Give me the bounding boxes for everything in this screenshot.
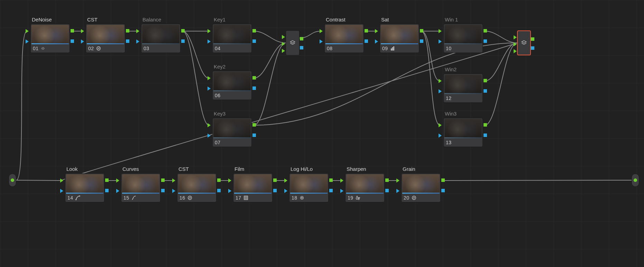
- key-out-port[interactable]: [484, 134, 487, 137]
- key-out-port[interactable]: [484, 89, 487, 93]
- color-node[interactable]: Film 17: [233, 166, 273, 202]
- rgb-out-port[interactable]: [252, 76, 256, 80]
- key-out-port[interactable]: [126, 39, 129, 43]
- key-in-port[interactable]: [396, 189, 399, 193]
- rgb-out-port[interactable]: [252, 29, 256, 33]
- rgb-out-port[interactable]: [181, 29, 185, 33]
- key-out-port[interactable]: [181, 39, 185, 43]
- rgb-out-port[interactable]: [126, 29, 129, 33]
- rgb-in-port[interactable]: [208, 29, 211, 33]
- rgb-out-port[interactable]: [217, 178, 221, 182]
- color-node[interactable]: Sat 09: [380, 17, 419, 53]
- key-out-port[interactable]: [105, 189, 109, 192]
- color-node[interactable]: CST 16: [177, 166, 217, 202]
- rgb-out-port[interactable]: [484, 29, 487, 33]
- key-out-port[interactable]: [273, 189, 277, 192]
- key-out-port[interactable]: [329, 189, 333, 192]
- key-in-port[interactable]: [116, 189, 119, 193]
- key-in-port[interactable]: [26, 39, 29, 44]
- rgb-out-port[interactable]: [420, 29, 423, 33]
- color-node[interactable]: Contrast 08: [324, 17, 364, 53]
- layer-mixer[interactable]: [286, 30, 300, 55]
- node-body[interactable]: 01: [30, 24, 70, 53]
- rgb-out-port[interactable]: [252, 123, 256, 127]
- rgb-in-port[interactable]: [81, 29, 84, 33]
- rgb-in-port[interactable]: [439, 29, 442, 33]
- node-body[interactable]: 06: [212, 71, 252, 100]
- rgb-in-port[interactable]: [284, 178, 287, 183]
- rgb-in-port[interactable]: [396, 178, 399, 183]
- rgb-in-port[interactable]: [208, 123, 211, 127]
- key-out-port[interactable]: [484, 39, 487, 43]
- key-out-port[interactable]: [71, 39, 74, 43]
- rgb-in-port[interactable]: [208, 76, 211, 80]
- color-node[interactable]: Win 1 10: [443, 17, 483, 53]
- rgb-out-port[interactable]: [71, 29, 74, 33]
- key-out-port[interactable]: [161, 189, 165, 192]
- graph-input[interactable]: [9, 174, 16, 187]
- key-in-port[interactable]: [284, 189, 287, 193]
- key-in-port[interactable]: [439, 134, 442, 138]
- key-in-port[interactable]: [228, 189, 231, 193]
- node-body[interactable]: 15: [121, 173, 160, 202]
- node-body[interactable]: 04: [212, 24, 252, 53]
- rgb-in-port[interactable]: [282, 35, 285, 39]
- rgb-out-port[interactable]: [273, 178, 277, 182]
- key-in-port[interactable]: [439, 89, 442, 93]
- node-body[interactable]: 02: [86, 24, 125, 53]
- node-body[interactable]: 18: [289, 173, 329, 202]
- rgb-out-port[interactable]: [484, 123, 487, 127]
- color-node[interactable]: Key2 06: [212, 64, 252, 100]
- layer-mixer-selected[interactable]: [517, 30, 531, 55]
- node-body[interactable]: 19: [345, 173, 385, 202]
- key-out-port[interactable]: [441, 189, 445, 192]
- key-out-port[interactable]: [385, 189, 389, 192]
- key-out-port[interactable]: [365, 39, 368, 43]
- key-out-port[interactable]: [252, 39, 256, 43]
- color-node[interactable]: Sharpen 19: [345, 166, 385, 202]
- color-node[interactable]: Win2 12: [443, 66, 483, 103]
- rgb-out-port[interactable]: [161, 178, 165, 182]
- rgb-in-port[interactable]: [375, 29, 378, 33]
- rgb-in-port[interactable]: [26, 29, 29, 33]
- key-in-port[interactable]: [208, 86, 211, 91]
- rgb-in-port[interactable]: [136, 29, 139, 33]
- color-node[interactable]: Look 14: [65, 166, 104, 202]
- key-out-port[interactable]: [217, 189, 221, 192]
- node-body[interactable]: 12: [443, 74, 483, 103]
- rgb-out-port[interactable]: [385, 178, 389, 182]
- key-in-port[interactable]: [375, 39, 378, 44]
- key-out-port[interactable]: [252, 134, 256, 137]
- color-node[interactable]: Key1 04: [212, 17, 252, 53]
- rgb-out-port[interactable]: [365, 29, 368, 33]
- node-body[interactable]: 10: [443, 24, 483, 53]
- color-node[interactable]: Log Hi/Lo 18: [289, 166, 329, 202]
- key-in-port[interactable]: [208, 39, 211, 44]
- rgb-out-port[interactable]: [531, 37, 534, 41]
- node-body[interactable]: 16: [177, 173, 217, 202]
- node-body[interactable]: 14: [65, 173, 104, 202]
- node-body[interactable]: 03: [141, 24, 181, 53]
- key-in-port[interactable]: [340, 189, 343, 193]
- rgb-in-port[interactable]: [228, 178, 231, 183]
- graph-output[interactable]: [632, 174, 639, 187]
- color-node[interactable]: DeNoise 01: [30, 17, 70, 53]
- rgb-in-port[interactable]: [514, 49, 517, 53]
- color-node[interactable]: Key3 07: [212, 111, 252, 147]
- node-body[interactable]: 08: [324, 24, 364, 53]
- rgb-in-port[interactable]: [439, 79, 442, 83]
- key-in-port[interactable]: [208, 134, 211, 138]
- color-node[interactable]: Curves 15: [121, 166, 160, 202]
- rgb-out-port[interactable]: [484, 79, 487, 82]
- rgb-in-port[interactable]: [514, 42, 517, 46]
- key-in-port[interactable]: [60, 189, 63, 193]
- rgb-out-port[interactable]: [441, 178, 445, 182]
- rgb-in-port[interactable]: [439, 123, 442, 127]
- color-node[interactable]: Balance 03: [141, 17, 181, 53]
- node-body[interactable]: 13: [443, 118, 483, 147]
- node-body[interactable]: 07: [212, 118, 252, 147]
- rgb-in-port[interactable]: [320, 29, 323, 33]
- key-in-port[interactable]: [136, 39, 139, 44]
- key-in-port[interactable]: [439, 39, 442, 44]
- rgb-in-port[interactable]: [340, 178, 343, 183]
